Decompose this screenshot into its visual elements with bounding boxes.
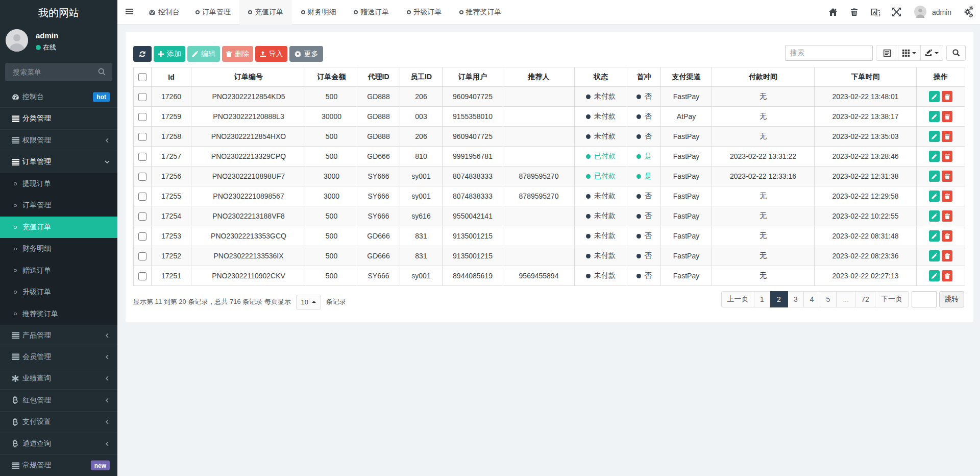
- svg-text:A: A: [873, 10, 876, 15]
